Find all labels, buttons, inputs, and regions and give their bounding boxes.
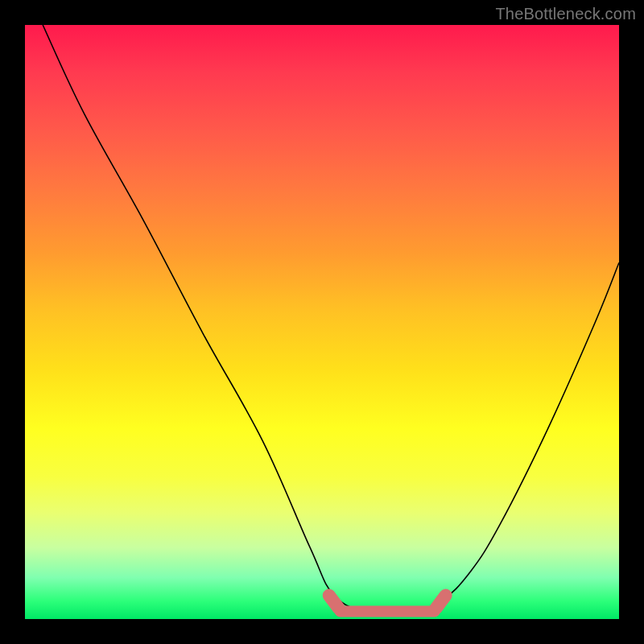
optimal-edge-left [329,596,339,609]
bottleneck-curve [43,25,619,615]
plot-area [25,25,619,619]
watermark-text: TheBottleneck.com [495,5,636,23]
chart-stage: TheBottleneck.com [0,0,644,644]
optimal-edge-right [436,596,446,609]
curve-layer [25,25,619,619]
